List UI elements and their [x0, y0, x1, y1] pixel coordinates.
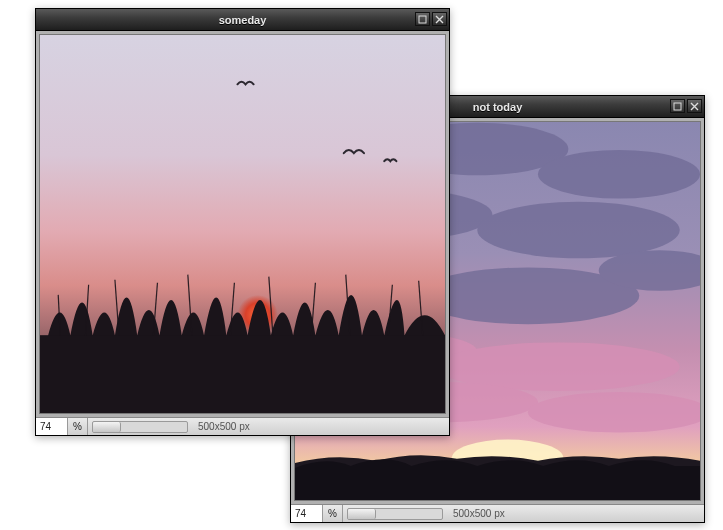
svg-rect-18 — [40, 335, 445, 414]
zoom-value[interactable]: 74 — [36, 418, 68, 435]
minimize-icon — [418, 15, 427, 24]
window-controls — [670, 99, 702, 113]
zoom-value[interactable]: 74 — [291, 505, 323, 522]
svg-point-4 — [538, 150, 700, 199]
titlebar[interactable]: someday — [36, 9, 449, 31]
close-button[interactable] — [432, 12, 447, 26]
status-bar: 74 % 500x500 px — [36, 417, 449, 435]
window-title: someday — [36, 14, 449, 26]
image-canvas[interactable] — [39, 34, 446, 414]
zoom-percent-label: % — [68, 418, 88, 435]
zoom-percent-label: % — [323, 505, 343, 522]
close-icon — [690, 102, 699, 111]
close-button[interactable] — [687, 99, 702, 113]
svg-rect-0 — [674, 103, 681, 110]
dimensions-label: 500x500 px — [447, 508, 505, 519]
image-window-someday[interactable]: someday — [35, 8, 450, 436]
status-bar: 74 % 500x500 px — [291, 504, 704, 522]
close-icon — [435, 15, 444, 24]
minimize-button[interactable] — [670, 99, 685, 113]
svg-point-6 — [477, 202, 680, 259]
canvas-area — [36, 31, 449, 417]
minimize-icon — [673, 102, 682, 111]
svg-rect-15 — [419, 16, 426, 23]
dimensions-label: 500x500 px — [192, 421, 250, 432]
zoom-slider-thumb[interactable] — [93, 422, 121, 432]
zoom-slider[interactable] — [92, 421, 188, 433]
zoom-slider-thumb[interactable] — [348, 509, 376, 519]
zoom-slider[interactable] — [347, 508, 443, 520]
window-controls — [415, 12, 447, 26]
minimize-button[interactable] — [415, 12, 430, 26]
